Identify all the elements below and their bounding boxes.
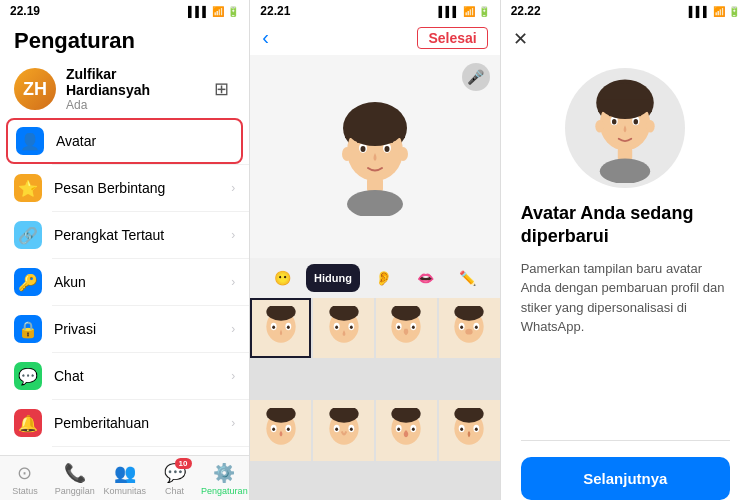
tab-pen[interactable]: ✏️ bbox=[450, 264, 486, 292]
status-icon: ⊙ bbox=[17, 462, 32, 484]
done-button[interactable]: Selesai bbox=[417, 27, 487, 49]
variant-cell-5[interactable] bbox=[250, 400, 311, 461]
profile-name: Zulfikar Hardiansyah bbox=[66, 66, 197, 98]
chat-badge: 10 bbox=[175, 458, 192, 469]
menu-item-avatar[interactable]: 👤 Avatar bbox=[6, 118, 243, 164]
svg-point-41 bbox=[287, 428, 290, 432]
svg-point-31 bbox=[466, 329, 473, 335]
variant-cell-6[interactable] bbox=[313, 400, 374, 461]
tab-mouth[interactable]: 👄 bbox=[408, 264, 444, 292]
menu-label-notif: Pemberitahuan bbox=[54, 415, 219, 431]
chat-badge-wrapper: 💬 10 bbox=[164, 462, 186, 484]
variant-cell-8[interactable] bbox=[439, 400, 500, 461]
svg-point-52 bbox=[398, 428, 401, 432]
avatar-initials: ZH bbox=[23, 79, 47, 100]
avatar-updated-panel: 22.22 ▌▌▌ 📶 🔋 ✕ Avatar Anda bbox=[500, 0, 750, 500]
menu-label-chat: Chat bbox=[54, 368, 219, 384]
linked-icon: 🔗 bbox=[14, 221, 42, 249]
avatar-updated-content: Avatar Anda sedang diperbarui Pamerkan t… bbox=[501, 202, 750, 440]
variant-svg-1 bbox=[259, 306, 303, 350]
calls-icon: 📞 bbox=[64, 462, 86, 484]
svg-point-6 bbox=[342, 147, 352, 161]
svg-point-53 bbox=[412, 428, 415, 432]
avatar-svg bbox=[325, 96, 425, 216]
svg-point-66 bbox=[634, 119, 639, 124]
svg-point-7 bbox=[398, 147, 408, 161]
menu-list: 👤 Avatar ⭐ Pesan Berbintang › 🔗 Perangka… bbox=[0, 118, 249, 500]
battery-icon: 🔋 bbox=[227, 6, 239, 17]
tab-ears[interactable]: 👂 bbox=[366, 264, 402, 292]
chevron-icon: › bbox=[231, 369, 235, 383]
svg-point-16 bbox=[287, 325, 290, 329]
menu-item-chat[interactable]: 💬 Chat › bbox=[0, 353, 249, 399]
editor-toolbar: ‹ Selesai bbox=[250, 20, 499, 55]
mic-button[interactable]: 🎤 bbox=[462, 63, 490, 91]
tab-label-calls: Panggilan bbox=[55, 486, 95, 496]
chevron-icon: › bbox=[231, 181, 235, 195]
profile-row[interactable]: ZH Zulfikar Hardiansyah Ada ⊞ bbox=[0, 60, 249, 118]
svg-rect-69 bbox=[618, 148, 632, 161]
svg-point-46 bbox=[335, 428, 338, 432]
tab-calls[interactable]: 📞 Panggilan bbox=[50, 460, 100, 498]
variant-grid bbox=[250, 298, 499, 501]
profile-avatar-svg bbox=[580, 73, 670, 183]
signal-icon: ▌▌▌ bbox=[188, 6, 209, 17]
variant-cell-7[interactable] bbox=[376, 400, 437, 461]
menu-label-avatar: Avatar bbox=[56, 133, 233, 149]
menu-item-notif[interactable]: 🔔 Pemberitahuan › bbox=[0, 400, 249, 446]
page-title: Pengaturan bbox=[0, 20, 249, 60]
tab-settings[interactable]: ⚙️ Pengaturan bbox=[199, 460, 249, 498]
svg-point-35 bbox=[475, 325, 478, 329]
variant-svg-5 bbox=[259, 408, 303, 452]
svg-point-27 bbox=[398, 325, 401, 329]
settings-panel: 22.19 ▌▌▌ 📶 🔋 Pengaturan ZH Zulfikar Har… bbox=[0, 0, 249, 500]
avatar-preview-area: 🎤 bbox=[250, 55, 499, 258]
chevron-icon: › bbox=[231, 416, 235, 430]
variant-cell-2[interactable] bbox=[313, 298, 374, 359]
back-button[interactable]: ‹ bbox=[262, 26, 269, 49]
privacy-icon: 🔒 bbox=[14, 315, 42, 343]
profile-avatar-circle bbox=[565, 68, 685, 188]
variant-svg-8 bbox=[447, 408, 491, 452]
svg-point-4 bbox=[360, 146, 365, 152]
status-bar-2: 22.21 ▌▌▌ 📶 🔋 bbox=[250, 0, 499, 20]
svg-point-67 bbox=[596, 120, 605, 133]
variant-cell-3[interactable] bbox=[376, 298, 437, 359]
signal-icons-3: ▌▌▌ 📶 🔋 bbox=[689, 6, 740, 17]
variant-svg-6 bbox=[322, 408, 366, 452]
avatar-updated-title: Avatar Anda sedang diperbarui bbox=[521, 202, 730, 249]
chat-icon: 💬 bbox=[14, 362, 42, 390]
next-button[interactable]: Selanjutnya bbox=[521, 457, 730, 500]
chevron-icon: › bbox=[231, 228, 235, 242]
menu-item-starred[interactable]: ⭐ Pesan Berbintang › bbox=[0, 165, 249, 211]
tab-skin[interactable]: 😶 bbox=[264, 264, 300, 292]
battery-icon-3: 🔋 bbox=[728, 6, 740, 17]
svg-point-59 bbox=[475, 428, 478, 432]
menu-item-account[interactable]: 🔑 Akun › bbox=[0, 259, 249, 305]
tab-nose[interactable]: Hidung bbox=[306, 264, 360, 292]
notification-icon: 🔔 bbox=[14, 409, 42, 437]
svg-point-28 bbox=[412, 325, 415, 329]
variant-cell-4[interactable] bbox=[439, 298, 500, 359]
variant-svg-4 bbox=[447, 306, 491, 350]
chevron-icon: › bbox=[231, 322, 235, 336]
settings-tab-icon: ⚙️ bbox=[213, 462, 235, 484]
svg-point-70 bbox=[600, 159, 650, 183]
account-icon: 🔑 bbox=[14, 268, 42, 296]
tab-label-chat: Chat bbox=[165, 486, 184, 496]
tab-community[interactable]: 👥 Komunitas bbox=[100, 460, 150, 498]
menu-item-privacy[interactable]: 🔒 Privasi › bbox=[0, 306, 249, 352]
time-3: 22.22 bbox=[511, 4, 541, 18]
menu-label-account: Akun bbox=[54, 274, 219, 290]
starred-icon: ⭐ bbox=[14, 174, 42, 202]
svg-point-68 bbox=[646, 120, 655, 133]
menu-item-linked[interactable]: 🔗 Perangkat Tertaut › bbox=[0, 212, 249, 258]
avatar-updated-description: Pamerkan tampilan baru avatar Anda denga… bbox=[521, 259, 730, 337]
profile-info: Zulfikar Hardiansyah Ada bbox=[66, 66, 197, 112]
avatar-icon: 👤 bbox=[16, 127, 44, 155]
variant-cell-1[interactable] bbox=[250, 298, 311, 359]
close-button[interactable]: ✕ bbox=[501, 20, 750, 58]
tab-chat[interactable]: 💬 10 Chat bbox=[150, 460, 200, 498]
qr-button[interactable]: ⊞ bbox=[207, 75, 235, 103]
tab-status[interactable]: ⊙ Status bbox=[0, 460, 50, 498]
